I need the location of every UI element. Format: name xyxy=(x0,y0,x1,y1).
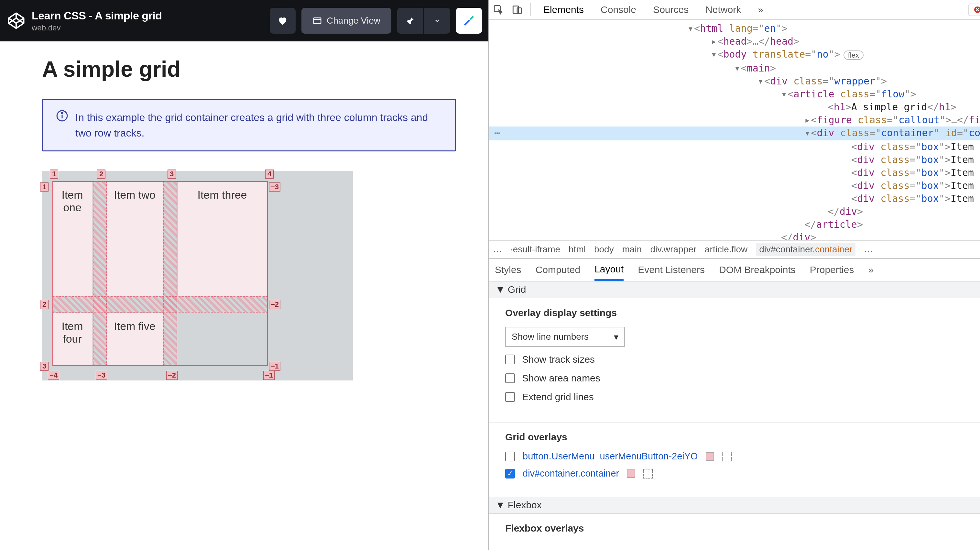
line-numbers-select[interactable]: Show line numbers ▾ xyxy=(505,327,625,347)
pin-dropdown-button[interactable] xyxy=(424,8,450,33)
codepen-logo-icon[interactable] xyxy=(6,11,26,30)
dom-node[interactable]: <div class="box">Item four</div> xyxy=(489,179,980,192)
chevron-down-icon: ▾ xyxy=(614,332,619,342)
grid-demo-wrapper: Item one Item two Item three Item four I… xyxy=(42,171,353,381)
codepen-pane: Learn CSS - A simple grid web.dev Change… xyxy=(0,0,488,550)
dom-node[interactable]: ▸<head>…</head> xyxy=(489,35,980,48)
error-count-badge[interactable]: 1 xyxy=(968,3,980,16)
subtab-dom-breakpoints[interactable]: DOM Breakpoints xyxy=(719,259,795,281)
change-view-button[interactable]: Change View xyxy=(301,8,391,33)
breadcrumb[interactable]: div.wrapper xyxy=(650,244,696,255)
subtab-styles[interactable]: Styles xyxy=(495,259,521,281)
show-track-sizes-option[interactable]: Show track sizes xyxy=(505,354,980,365)
grid-line-number: −2 xyxy=(269,300,280,309)
subtabs-overflow-button[interactable]: » xyxy=(868,259,873,281)
dom-node[interactable]: ▾<div class="wrapper"> xyxy=(489,75,980,88)
tab-elements[interactable]: Elements xyxy=(535,0,592,19)
inspect-icon[interactable] xyxy=(492,3,505,16)
subtab-computed[interactable]: Computed xyxy=(536,259,580,281)
grid-line-number: 1 xyxy=(50,169,58,179)
dom-node[interactable]: <div class="box">Item one</div> xyxy=(489,140,980,153)
option-label: Show track sizes xyxy=(522,354,595,365)
grid-line-number: −3 xyxy=(96,371,107,380)
dom-breadcrumbs[interactable]: … ·esult-iframe html body main div.wrapp… xyxy=(489,240,980,259)
grid-item: Item four xyxy=(52,312,93,366)
checkbox-unchecked-icon[interactable] xyxy=(505,392,515,402)
disclose-triangle-icon: ▼ xyxy=(495,284,505,295)
device-toggle-icon[interactable] xyxy=(511,3,524,16)
grid-overlays-section: Grid overlays button.UserMenu_userMenuBu… xyxy=(489,422,980,497)
line-numbers-select-value: Show line numbers xyxy=(512,332,589,342)
dom-node[interactable]: ▾<article class="flow"> xyxy=(489,88,980,100)
grid-section-header[interactable]: ▼ Grid xyxy=(489,282,980,298)
overlay-display-settings-heading: Overlay display settings xyxy=(505,308,980,318)
checkbox-unchecked-icon[interactable] xyxy=(505,373,515,383)
color-swatch-icon[interactable] xyxy=(706,452,714,461)
breadcrumb-current[interactable]: div#container.container xyxy=(756,243,856,256)
overlay-target-icon[interactable] xyxy=(643,469,653,478)
svg-point-3 xyxy=(62,113,63,114)
grid-section-label: Grid xyxy=(508,284,526,295)
flexbox-section-body: Flexbox overlays xyxy=(489,514,980,550)
callout-box: In this example the grid container creat… xyxy=(42,99,456,151)
dom-node[interactable]: <h1>A simple grid</h1> xyxy=(489,100,980,113)
tab-sources[interactable]: Sources xyxy=(644,0,697,19)
breadcrumbs-more[interactable]: … xyxy=(864,244,873,255)
grid-overlay-item[interactable]: button.UserMenu_userMenuButton-2eiYO xyxy=(505,451,980,462)
grid-line-number: −1 xyxy=(269,362,280,371)
codepen-toolbar: Change View xyxy=(270,8,482,33)
pen-author[interactable]: web.dev xyxy=(32,23,270,32)
breadcrumb[interactable]: article.flow xyxy=(705,244,748,255)
breadcrumb[interactable]: ·esult-iframe xyxy=(511,244,560,255)
grid-line-number: 2 xyxy=(40,300,49,309)
dom-node[interactable]: ▾<main> xyxy=(489,62,980,75)
grid-overlay-item[interactable]: div#container.container xyxy=(505,468,980,479)
dom-node[interactable]: ▾<body translate="no">flex xyxy=(489,48,980,62)
layout-panel: ▼ Grid Overlay display settings Show lin… xyxy=(489,282,980,550)
devtools-tab-bar: Elements Console Sources Network » 1 xyxy=(489,0,980,20)
info-icon xyxy=(56,110,68,141)
checkbox-checked-icon[interactable] xyxy=(505,469,515,478)
tabs-overflow-button[interactable]: » xyxy=(749,0,772,19)
devtools-right-controls: 1 xyxy=(968,3,980,16)
love-button[interactable] xyxy=(270,8,296,33)
checkbox-unchecked-icon[interactable] xyxy=(505,452,515,461)
external-app-button[interactable] xyxy=(456,8,482,33)
flexbox-section-header[interactable]: ▼ Flexbox xyxy=(489,497,980,514)
breadcrumb[interactable]: body xyxy=(594,244,614,255)
overlay-target-icon[interactable] xyxy=(722,452,732,461)
checkbox-unchecked-icon[interactable] xyxy=(505,355,515,364)
dom-node[interactable]: </div> xyxy=(489,231,980,240)
pin-button[interactable] xyxy=(397,8,423,33)
dom-node[interactable]: <div class="box">Item three</div> xyxy=(489,166,980,179)
dom-node[interactable]: <div class="box">Item two</div> xyxy=(489,153,980,166)
dom-node[interactable]: </article> xyxy=(489,218,980,231)
extend-grid-lines-option[interactable]: Extend grid lines xyxy=(505,391,980,402)
breadcrumb[interactable]: main xyxy=(622,244,642,255)
tab-network[interactable]: Network xyxy=(697,0,749,19)
breadcrumbs-ellipsis[interactable]: … xyxy=(493,244,502,255)
grid-item: Item two xyxy=(107,181,163,297)
option-label: Extend grid lines xyxy=(522,391,594,402)
codepen-title-block: Learn CSS - A simple grid web.dev xyxy=(32,10,270,32)
show-area-names-option[interactable]: Show area names xyxy=(505,373,980,384)
codepen-header: Learn CSS - A simple grid web.dev Change… xyxy=(0,0,488,41)
dom-node[interactable]: ▾<div class="container" id="container">g… xyxy=(489,126,980,140)
subtab-event-listeners[interactable]: Event Listeners xyxy=(638,259,705,281)
subtab-layout[interactable]: Layout xyxy=(595,259,624,281)
subtab-properties[interactable]: Properties xyxy=(810,259,854,281)
breadcrumb[interactable]: html xyxy=(569,244,586,255)
dom-node[interactable]: ▾<html lang="en"> xyxy=(489,22,980,35)
dom-node[interactable]: <div class="box">Item five</div> xyxy=(489,192,980,205)
color-swatch-icon[interactable] xyxy=(627,469,635,478)
elements-dom-tree[interactable]: ▾<html lang="en"> ▸<head>…</head> ▾<body… xyxy=(489,20,980,240)
grid-item: Item five xyxy=(107,312,163,366)
dom-node[interactable]: ▸<figure class="callout">…</figure> xyxy=(489,113,980,126)
dom-node[interactable]: </div> xyxy=(489,205,980,218)
change-view-label: Change View xyxy=(327,16,380,26)
tab-console[interactable]: Console xyxy=(592,0,644,19)
grid-item: Item one xyxy=(52,181,93,297)
disclose-triangle-icon: ▼ xyxy=(495,499,505,510)
page-title: A simple grid xyxy=(42,56,456,81)
svg-rect-6 xyxy=(517,8,521,13)
